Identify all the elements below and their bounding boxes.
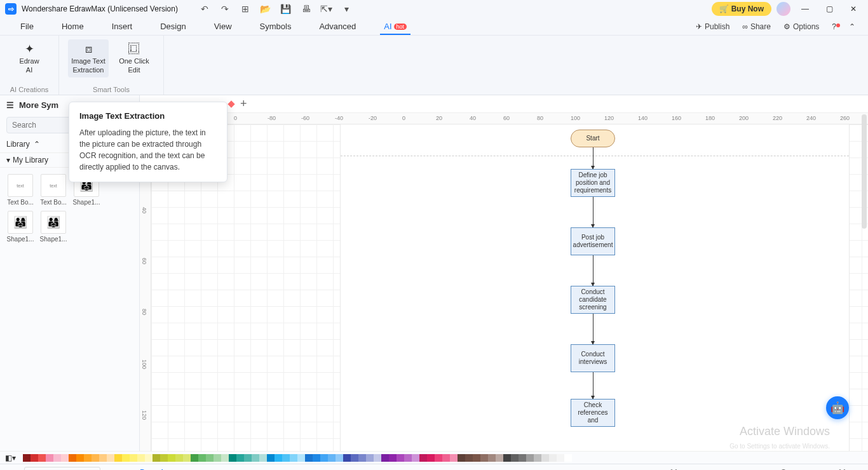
color-swatch[interactable] <box>99 454 107 462</box>
help-button[interactable]: ? <box>825 22 843 31</box>
presentation-button[interactable]: ▶ <box>712 466 726 471</box>
color-swatch[interactable] <box>252 454 259 462</box>
pages-panel-button[interactable]: ▥ <box>5 466 19 471</box>
color-swatch[interactable] <box>511 454 519 462</box>
color-swatch[interactable] <box>526 454 534 462</box>
zoom-in-button[interactable]: + <box>816 466 830 471</box>
color-swatch[interactable] <box>404 454 412 462</box>
flowchart-process-node[interactable]: Check references and <box>571 399 615 427</box>
shape-item[interactable]: 👨‍👩‍👧Shape1... <box>6 211 34 243</box>
fill-icon[interactable]: ◧▾ <box>5 453 19 462</box>
image-text-extraction-button[interactable]: ⧈ Image Text Extraction <box>68 39 109 77</box>
flowchart-arrow[interactable] <box>593 255 593 286</box>
menu-symbols[interactable]: Symbols <box>246 18 306 35</box>
export-button[interactable]: ⇱▾ <box>319 1 334 17</box>
fit-button[interactable]: ⛶ <box>667 466 681 471</box>
minimize-button[interactable]: — <box>796 0 815 18</box>
color-swatch[interactable] <box>275 454 282 462</box>
color-swatch[interactable] <box>343 454 351 462</box>
flowchart-process-node[interactable]: Post job advertisement <box>571 227 615 255</box>
shape-item[interactable]: 👨‍👩‍👧Shape1... <box>39 211 67 243</box>
color-swatch[interactable] <box>38 454 46 462</box>
color-swatch[interactable] <box>297 454 305 462</box>
open-button[interactable]: 📂 <box>258 1 273 17</box>
color-swatch[interactable] <box>427 454 435 462</box>
color-swatch[interactable] <box>130 454 137 462</box>
color-swatch[interactable] <box>320 454 328 462</box>
flowchart-arrow[interactable] <box>593 147 593 169</box>
vertical-scrollbar[interactable] <box>862 114 867 229</box>
share-button[interactable]: ∞Share <box>736 22 777 31</box>
color-swatch[interactable] <box>92 454 99 462</box>
canvas[interactable]: StartDefine job position and requirement… <box>151 124 868 451</box>
color-swatch[interactable] <box>183 454 191 462</box>
color-swatch[interactable] <box>496 454 503 462</box>
maximize-button[interactable]: ▢ <box>820 0 839 18</box>
color-swatch[interactable] <box>313 454 320 462</box>
color-swatch[interactable] <box>519 454 526 462</box>
layers-button[interactable]: ≋ <box>653 466 667 471</box>
page-tab[interactable]: Page-1 <box>132 464 172 471</box>
flowchart-process-node[interactable]: Define job position and requirements <box>571 169 615 197</box>
menu-ai[interactable]: AIhot <box>370 18 421 35</box>
color-swatch[interactable] <box>282 454 290 462</box>
color-swatch[interactable] <box>534 454 541 462</box>
color-swatch[interactable] <box>412 454 419 462</box>
color-swatch[interactable] <box>221 454 229 462</box>
color-swatch[interactable] <box>53 454 61 462</box>
color-swatch[interactable] <box>107 454 114 462</box>
color-swatch[interactable] <box>381 454 389 462</box>
color-swatch[interactable] <box>114 454 122 462</box>
color-swatch[interactable] <box>244 454 252 462</box>
color-swatch[interactable] <box>46 454 53 462</box>
color-swatch[interactable] <box>557 454 564 462</box>
user-avatar[interactable] <box>776 2 790 16</box>
one-click-edit-button[interactable]: ⿴ One Click Edit <box>114 39 154 77</box>
color-swatch[interactable] <box>465 454 473 462</box>
flowchart-start-node[interactable]: Start <box>571 130 615 147</box>
color-swatch[interactable] <box>305 454 313 462</box>
color-swatch[interactable] <box>549 454 557 462</box>
color-swatch[interactable] <box>564 454 572 462</box>
color-swatch[interactable] <box>122 454 130 462</box>
color-swatch[interactable] <box>259 454 267 462</box>
shape-item[interactable]: textText Bo... <box>6 174 34 206</box>
zoom-out-button[interactable]: − <box>750 466 764 471</box>
color-swatch[interactable] <box>267 454 275 462</box>
color-swatch[interactable] <box>84 454 92 462</box>
color-swatch[interactable] <box>328 454 336 462</box>
color-swatch[interactable] <box>214 454 221 462</box>
color-swatch[interactable] <box>76 454 84 462</box>
document-tab-marker[interactable] <box>227 100 234 107</box>
new-button[interactable]: ⊞ <box>238 1 253 17</box>
color-swatch[interactable] <box>160 454 168 462</box>
panels-button[interactable]: ▦ <box>849 466 863 471</box>
collapse-ribbon-button[interactable]: ⌃ <box>843 22 862 31</box>
color-swatch[interactable] <box>137 454 145 462</box>
flowchart-arrow[interactable] <box>593 197 593 227</box>
color-swatch[interactable] <box>69 454 76 462</box>
color-swatch[interactable] <box>191 454 198 462</box>
publish-button[interactable]: ✈Publish <box>689 22 736 31</box>
page-selector[interactable]: Page-1▾ <box>24 467 100 471</box>
color-swatch[interactable] <box>358 454 366 462</box>
options-button[interactable]: ⚙Options <box>777 22 825 31</box>
flowchart-process-node[interactable]: Conduct interviews <box>571 344 615 372</box>
color-swatch[interactable] <box>389 454 397 462</box>
color-swatch[interactable] <box>153 454 160 462</box>
buy-now-button[interactable]: 🛒Buy Now <box>712 2 771 16</box>
color-swatch[interactable] <box>397 454 404 462</box>
color-swatch[interactable] <box>435 454 442 462</box>
undo-button[interactable]: ↶ <box>197 1 212 17</box>
ai-chat-button[interactable]: 🤖 <box>826 396 849 419</box>
color-swatch[interactable] <box>480 454 488 462</box>
flowchart-arrow[interactable] <box>593 314 593 344</box>
color-swatch[interactable] <box>206 454 214 462</box>
more-qa-button[interactable]: ▾ <box>339 1 355 17</box>
color-swatch[interactable] <box>442 454 450 462</box>
save-button[interactable]: 💾 <box>278 1 294 17</box>
color-swatch[interactable] <box>366 454 374 462</box>
color-swatch[interactable] <box>336 454 343 462</box>
edraw-ai-button[interactable]: ✦ Edraw AI <box>9 39 50 77</box>
menu-advanced[interactable]: Advanced <box>305 18 370 35</box>
